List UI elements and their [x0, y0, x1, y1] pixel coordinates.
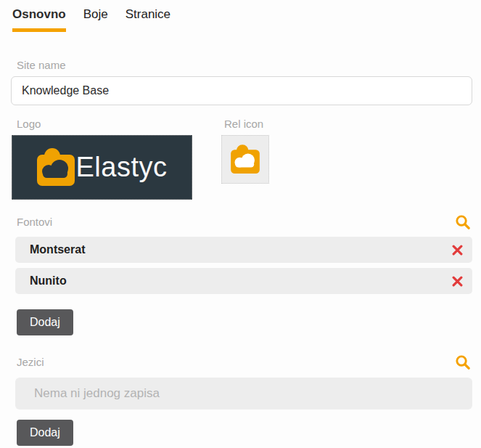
languages-label: Jezici [17, 356, 44, 368]
tab-stranice[interactable]: Stranice [126, 7, 170, 32]
list-item: Nunito [15, 268, 472, 294]
font-item-label: Nunito [30, 274, 67, 288]
languages-search-icon[interactable] [454, 354, 471, 370]
brand-text: Elastyc [76, 152, 168, 183]
font-item-label: Montserat [30, 243, 85, 256]
fonts-search-icon[interactable] [454, 213, 471, 230]
empty-state-text: Nema ni jednog zapisa [34, 386, 160, 401]
logo-label: Logo [17, 118, 224, 130]
tab-bar: Osnovno Boje Stranice [0, 0, 481, 32]
elastyc-cloud-icon [37, 146, 75, 189]
brand-logo: Elastyc [37, 146, 168, 189]
list-item: Montserat [15, 237, 472, 263]
languages-add-button[interactable]: Dodaj [17, 420, 73, 446]
languages-empty-state: Nema ni jednog zapisa [15, 378, 472, 410]
delete-icon[interactable] [452, 245, 463, 256]
elastyc-cloud-icon [231, 143, 260, 176]
tab-boje[interactable]: Boje [83, 7, 108, 32]
fonts-list: Montserat Nunito [15, 237, 472, 294]
site-name-input[interactable] [11, 76, 472, 105]
delete-icon[interactable] [452, 276, 463, 287]
rel-icon-upload-box[interactable] [221, 135, 269, 184]
fonts-add-button[interactable]: Dodaj [17, 309, 73, 335]
logo-upload-box[interactable]: Elastyc [12, 135, 192, 200]
fonts-label: Fontovi [17, 216, 52, 228]
settings-page: Osnovno Boje Stranice Site name Logo Rel… [0, 0, 481, 448]
site-name-label: Site name [17, 59, 472, 71]
rel-icon-label: Rel icon [224, 118, 263, 130]
tab-osnovno[interactable]: Osnovno [12, 7, 66, 32]
